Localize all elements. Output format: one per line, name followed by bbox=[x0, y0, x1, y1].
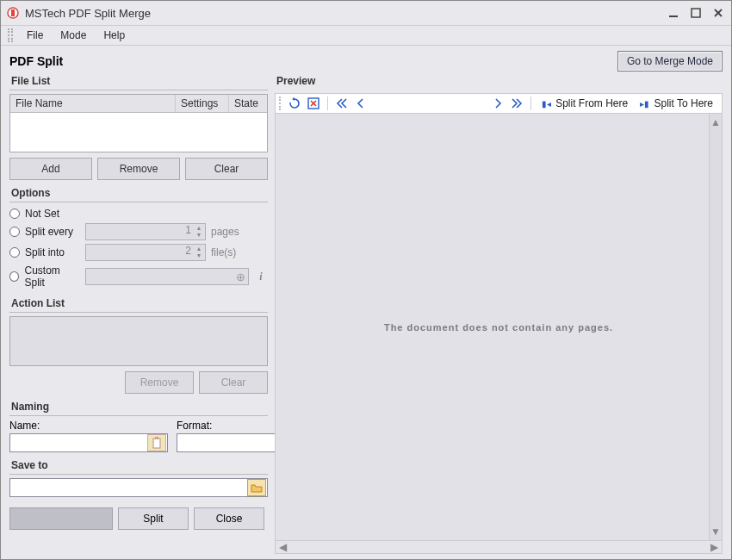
radio-icon[interactable] bbox=[9, 247, 20, 258]
svg-rect-6 bbox=[153, 439, 160, 448]
split-button[interactable]: Split bbox=[118, 507, 189, 530]
chevron-left-icon bbox=[355, 97, 367, 109]
file-list-table[interactable]: File Name Settings State bbox=[9, 94, 268, 152]
save-to-section: Save to bbox=[9, 457, 268, 497]
option-split-every[interactable]: Split every 1 ▲▼ pages bbox=[9, 221, 268, 242]
save-to-input-wrap bbox=[9, 478, 268, 497]
preview-viewport[interactable]: The document does not contain any pages.… bbox=[275, 114, 723, 541]
close-button[interactable] bbox=[710, 5, 726, 21]
radio-icon[interactable] bbox=[9, 227, 20, 237]
menu-bar: File Mode Help bbox=[1, 25, 731, 46]
remove-button[interactable]: Remove bbox=[97, 158, 180, 180]
svg-rect-3 bbox=[692, 9, 700, 17]
maximize-button[interactable] bbox=[688, 5, 704, 21]
file-list-body[interactable] bbox=[10, 113, 267, 152]
preview-empty-message: The document does not contain any pages. bbox=[384, 322, 613, 333]
title-bar: MSTech PDF Split Merge bbox=[1, 1, 731, 25]
split-into-input[interactable]: 2 ▲▼ bbox=[85, 244, 206, 261]
main-area: File List File Name Settings State Add R… bbox=[1, 73, 731, 559]
action-list-buttons: Remove Clear bbox=[9, 371, 268, 394]
go-to-merge-mode-button[interactable]: Go to Merge Mode bbox=[617, 51, 723, 72]
spinner-icon[interactable]: ▲▼ bbox=[194, 246, 204, 259]
app-window: MSTech PDF Split Merge File Mode Help PD… bbox=[0, 0, 732, 560]
action-list-section: Action List Remove Clear bbox=[9, 296, 268, 394]
svg-marker-8 bbox=[292, 97, 295, 101]
option-label: Not Set bbox=[25, 208, 59, 220]
marker-start-icon: ▮◂ bbox=[542, 99, 551, 109]
action-remove-button[interactable]: Remove bbox=[125, 371, 194, 394]
custom-split-input[interactable]: ⊕ bbox=[85, 268, 249, 285]
toolbar-separator bbox=[530, 96, 531, 110]
next-page-button[interactable] bbox=[489, 95, 506, 112]
file-list-section: File List File Name Settings State Add R… bbox=[9, 73, 268, 180]
spinner-icon[interactable]: ▲▼ bbox=[194, 225, 204, 239]
last-page-button[interactable] bbox=[508, 95, 525, 112]
option-split-into[interactable]: Split into 2 ▲▼ file(s) bbox=[9, 242, 268, 263]
option-not-set[interactable]: Not Set bbox=[9, 206, 268, 221]
options-header: Options bbox=[9, 185, 268, 202]
window-title: MSTech PDF Split Merge bbox=[25, 7, 666, 20]
cancel-icon bbox=[307, 97, 319, 109]
preview-header: Preview bbox=[275, 73, 723, 90]
option-label: Split into bbox=[25, 246, 65, 258]
save-to-header: Save to bbox=[9, 457, 268, 475]
file-list-columns: File Name Settings State bbox=[10, 95, 267, 113]
double-chevron-right-icon bbox=[511, 97, 523, 109]
name-input-wrap bbox=[9, 433, 168, 452]
toolbar-grip-icon bbox=[279, 96, 282, 110]
split-into-value: 2 bbox=[185, 245, 191, 257]
info-icon[interactable]: i bbox=[254, 271, 268, 283]
first-page-button[interactable] bbox=[333, 95, 350, 112]
browse-folder-button[interactable] bbox=[247, 479, 266, 496]
left-panel: File List File Name Settings State Add R… bbox=[9, 73, 268, 554]
option-custom-split[interactable]: Custom Split ⊕ i bbox=[9, 263, 268, 290]
radio-icon[interactable] bbox=[9, 271, 19, 282]
clipboard-button[interactable] bbox=[147, 434, 166, 451]
bottom-bar: Split Close bbox=[9, 507, 268, 530]
name-label: Name: bbox=[9, 420, 168, 432]
menu-mode[interactable]: Mode bbox=[52, 28, 95, 43]
naming-section: Naming Name: Format: bbox=[9, 399, 268, 452]
split-every-value: 1 bbox=[185, 224, 191, 236]
menu-file[interactable]: File bbox=[18, 28, 52, 43]
svg-rect-7 bbox=[155, 437, 158, 439]
window-controls bbox=[666, 5, 726, 21]
toolbar-separator bbox=[327, 96, 328, 110]
naming-header: Naming bbox=[9, 399, 268, 416]
action-clear-button[interactable]: Clear bbox=[199, 371, 268, 394]
split-from-here-button[interactable]: ▮◂ Split From Here bbox=[537, 97, 633, 109]
folder-icon bbox=[251, 482, 263, 493]
clear-button[interactable]: Clear bbox=[185, 158, 268, 180]
save-to-input[interactable] bbox=[10, 479, 246, 496]
col-state[interactable]: State bbox=[229, 95, 267, 112]
name-input[interactable] bbox=[10, 434, 146, 451]
double-chevron-left-icon bbox=[336, 97, 348, 109]
action-list-box[interactable] bbox=[9, 316, 268, 366]
plus-icon[interactable]: ⊕ bbox=[236, 271, 245, 283]
vertical-scrollbar[interactable]: ▲▼ bbox=[709, 114, 722, 540]
page-title: PDF Split bbox=[9, 54, 63, 68]
chevron-right-icon bbox=[492, 97, 504, 109]
clipboard-icon bbox=[152, 437, 162, 449]
add-button[interactable]: Add bbox=[9, 158, 92, 180]
refresh-button[interactable] bbox=[286, 95, 303, 112]
progress-bar bbox=[9, 507, 113, 530]
option-label: Split every bbox=[25, 226, 73, 238]
preview-panel: Preview bbox=[275, 73, 723, 554]
cancel-preview-button[interactable] bbox=[305, 95, 322, 112]
refresh-icon bbox=[288, 97, 301, 109]
split-every-suffix: pages bbox=[211, 226, 239, 238]
radio-icon[interactable] bbox=[9, 208, 20, 219]
close-app-button[interactable]: Close bbox=[194, 507, 264, 530]
col-file-name[interactable]: File Name bbox=[10, 95, 176, 112]
split-every-input[interactable]: 1 ▲▼ bbox=[85, 223, 206, 240]
svg-rect-2 bbox=[669, 16, 678, 17]
minimize-button[interactable] bbox=[666, 5, 681, 21]
app-icon bbox=[6, 6, 20, 20]
split-to-here-button[interactable]: ▸▮ Split To Here bbox=[635, 97, 718, 109]
col-settings[interactable]: Settings bbox=[176, 95, 229, 112]
prev-page-button[interactable] bbox=[352, 95, 369, 112]
horizontal-scrollbar[interactable]: ◀▶ bbox=[275, 541, 723, 554]
menu-help[interactable]: Help bbox=[95, 28, 133, 43]
option-label: Custom Split bbox=[24, 264, 80, 289]
